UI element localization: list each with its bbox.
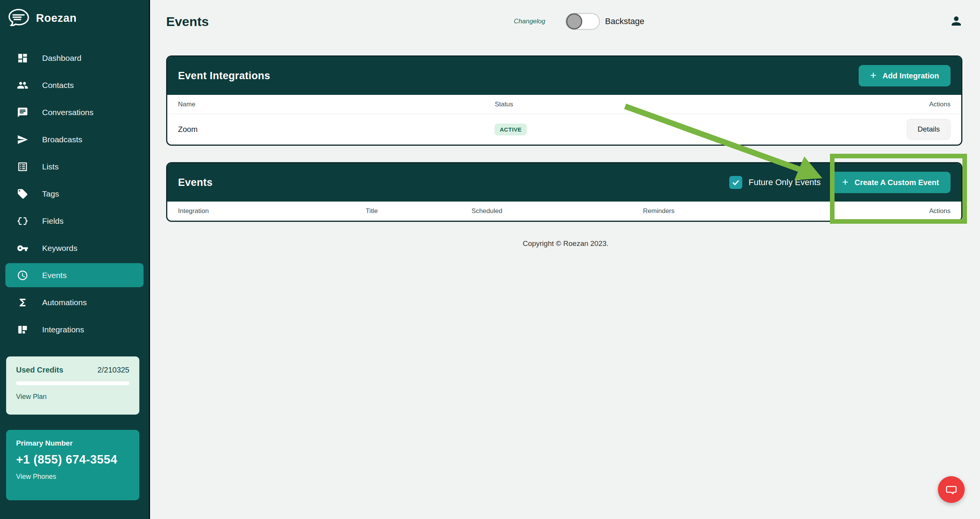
used-credits-value: 2/210325 <box>98 366 129 374</box>
sidebar-item-fields[interactable]: Fields <box>0 207 149 234</box>
integrations-table-header: Name Status Actions <box>167 95 961 114</box>
page-header: Events Changelog Backstage <box>151 0 980 43</box>
integration-name-cell: Zoom <box>178 125 495 134</box>
primary-number-title: Primary Number <box>16 439 129 447</box>
future-only-events-checkbox[interactable] <box>729 176 742 189</box>
toggle-knob <box>566 13 582 29</box>
view-phones-link[interactable]: View Phones <box>16 473 56 480</box>
app-name: Roezan <box>36 12 77 24</box>
sidebar-item-label: Events <box>42 271 67 280</box>
plus-icon: + <box>842 177 848 187</box>
create-custom-event-label: Create A Custom Event <box>854 178 939 187</box>
tags-icon <box>17 188 28 200</box>
conversations-icon <box>17 107 28 118</box>
sidebar-item-label: Fields <box>42 216 64 226</box>
future-only-events-label: Future Only Events <box>749 177 821 187</box>
events-table-header: Integration Title Scheduled Reminders Ac… <box>167 202 961 221</box>
sidebar-item-events[interactable]: Events <box>5 263 144 287</box>
events-header-controls: Future Only Events + Create A Custom Eve… <box>729 172 951 193</box>
dashboard-icon <box>17 52 28 64</box>
sidebar-item-lists[interactable]: Lists <box>0 153 149 180</box>
column-actions: Actions <box>929 207 951 215</box>
broadcasts-icon <box>17 134 28 145</box>
backstage-toggle[interactable] <box>565 13 600 30</box>
automations-icon <box>17 297 28 308</box>
credits-progress-bar <box>16 381 129 385</box>
event-integrations-panel-header: Event Integrations + Add Integration <box>167 57 961 95</box>
event-integrations-title: Event Integrations <box>178 70 270 82</box>
sidebar-item-label: Lists <box>42 162 59 171</box>
fields-icon <box>17 215 28 227</box>
sidebar-item-label: Integrations <box>42 325 84 334</box>
events-panel: Events Future Only Events + Create A Cus… <box>166 162 962 222</box>
create-custom-event-button[interactable]: + Create A Custom Event <box>831 172 951 193</box>
used-credits-title: Used Credits <box>16 366 63 374</box>
changelog-link[interactable]: Changelog <box>514 18 545 25</box>
backstage-toggle-label: Backstage <box>605 16 645 26</box>
sidebar-item-label: Conversations <box>42 108 93 117</box>
copyright-text: Copyright © Roezan 2023. <box>151 239 980 248</box>
integration-status-cell: ACTIVE <box>495 124 907 135</box>
user-avatar-button[interactable] <box>949 14 963 29</box>
sidebar-item-label: Automations <box>42 298 87 307</box>
main-content: Events Changelog Backstage Event Integra… <box>151 0 980 248</box>
sidebar-item-keywords[interactable]: Keywords <box>0 234 149 262</box>
sidebar-nav: Dashboard Contacts Conversations Broadca… <box>0 44 149 343</box>
events-panel-title: Events <box>178 177 212 189</box>
sidebar-item-label: Dashboard <box>42 54 82 63</box>
integrations-icon <box>17 324 28 335</box>
view-plan-link[interactable]: View Plan <box>16 393 47 401</box>
contacts-icon <box>17 80 28 91</box>
column-actions: Actions <box>929 101 951 108</box>
add-integration-label: Add Integration <box>882 72 939 80</box>
table-row: Zoom ACTIVE Details <box>167 114 961 145</box>
details-button[interactable]: Details <box>907 119 951 140</box>
integration-actions-cell: Details <box>907 119 951 140</box>
sidebar-item-automations[interactable]: Automations <box>0 289 149 316</box>
sidebar-item-label: Keywords <box>42 244 77 253</box>
sidebar-item-label: Contacts <box>42 81 74 90</box>
primary-number-card: Primary Number +1 (855) 674-3554 View Ph… <box>6 430 139 500</box>
primary-number-value: +1 (855) 674-3554 <box>16 453 129 467</box>
page-title: Events <box>166 14 209 29</box>
sidebar-item-label: Broadcasts <box>42 135 82 144</box>
app-logo[interactable]: Roezan <box>0 0 149 34</box>
sidebar-item-broadcasts[interactable]: Broadcasts <box>0 126 149 153</box>
status-badge: ACTIVE <box>495 124 526 135</box>
add-integration-button[interactable]: + Add Integration <box>859 65 951 86</box>
roezan-logo-icon <box>8 8 30 28</box>
chat-bubble-icon <box>945 483 958 496</box>
events-clock-icon <box>17 270 28 281</box>
sidebar: Roezan Dashboard Contacts Conversations … <box>0 0 150 519</box>
lists-icon <box>17 161 28 172</box>
column-reminders: Reminders <box>643 207 929 215</box>
column-integration: Integration <box>178 207 366 215</box>
sidebar-item-dashboard[interactable]: Dashboard <box>0 44 149 72</box>
checkmark-icon <box>732 178 740 187</box>
keywords-icon <box>17 242 28 254</box>
column-title: Title <box>366 207 471 215</box>
plus-icon: + <box>870 70 876 81</box>
column-scheduled: Scheduled <box>472 207 643 215</box>
sidebar-item-integrations[interactable]: Integrations <box>0 316 149 343</box>
sidebar-item-conversations[interactable]: Conversations <box>0 99 149 126</box>
person-icon <box>949 14 963 28</box>
sidebar-item-contacts[interactable]: Contacts <box>0 72 149 99</box>
chat-fab-button[interactable] <box>938 476 965 503</box>
column-status: Status <box>495 101 929 108</box>
sidebar-item-tags[interactable]: Tags <box>0 180 149 207</box>
events-panel-header: Events Future Only Events + Create A Cus… <box>167 163 961 202</box>
event-integrations-panel: Event Integrations + Add Integration Nam… <box>166 55 962 146</box>
used-credits-card: Used Credits 2/210325 View Plan <box>6 356 139 415</box>
column-name: Name <box>178 101 495 108</box>
sidebar-item-label: Tags <box>42 189 59 198</box>
